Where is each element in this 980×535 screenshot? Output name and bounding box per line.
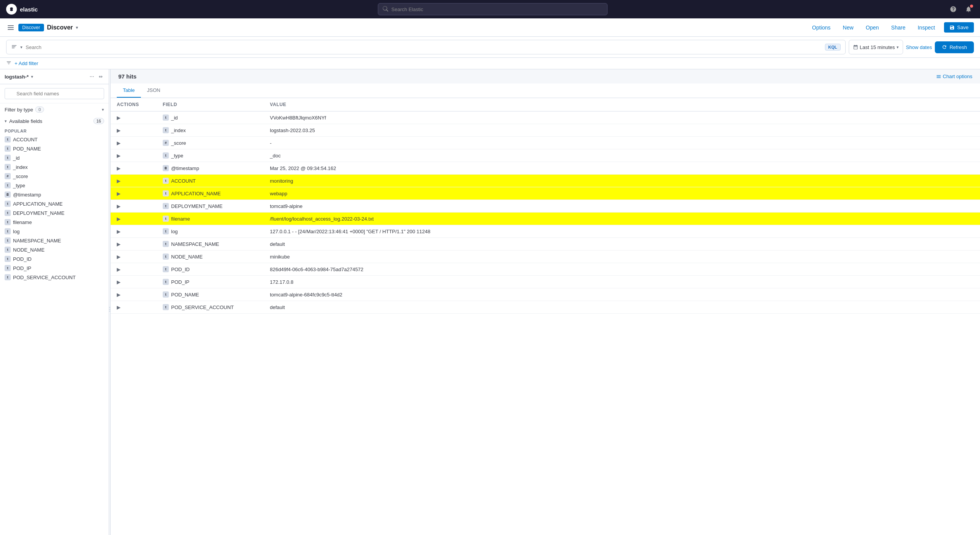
row-actions[interactable]: ▶ — [111, 225, 157, 238]
row-actions[interactable]: ▶ — [111, 250, 157, 263]
secondary-navigation: Discover Discover ▾ Options New Open Sha… — [0, 18, 980, 37]
sidebar-field-item[interactable]: t NAMESPACE_NAME — [0, 236, 109, 245]
sidebar-field-item[interactable]: t log — [0, 227, 109, 236]
table-row: ▶ t POD_IP 172.17.0.8 — [111, 276, 980, 288]
sidebar-expand-button[interactable]: ⋯ — [88, 73, 96, 80]
menu-toggle-button[interactable] — [6, 24, 15, 31]
chart-options-button[interactable]: Chart options — [936, 74, 972, 79]
sidebar-field-item[interactable]: 🗓 @timestamp — [0, 190, 109, 199]
hamburger-line — [8, 29, 14, 30]
kql-badge: KQL — [825, 44, 841, 51]
field-name: DEPLOYMENT_NAME — [13, 210, 64, 216]
time-picker[interactable]: Last 15 minutes ▾ — [849, 40, 903, 54]
row-field: t POD_IP — [157, 276, 264, 288]
search-input[interactable] — [26, 44, 822, 50]
available-fields-header: ▾ Available fields 16 — [0, 116, 109, 126]
row-field: 🗓 @timestamp — [157, 162, 264, 175]
value-text: minikube — [270, 254, 290, 260]
table-scroll-area[interactable]: Actions Field Value ▶ t _id VVoKwH8BftJl… — [111, 98, 980, 535]
row-actions[interactable]: ▶ — [111, 276, 157, 288]
hits-count: 97 hits — [118, 73, 137, 80]
table-row: ▶ t POD_SERVICE_ACCOUNT default — [111, 301, 980, 314]
row-actions[interactable]: ▶ — [111, 137, 157, 149]
row-value: default — [264, 238, 980, 250]
row-actions[interactable]: ▶ — [111, 149, 157, 162]
secondary-nav-left: Discover Discover ▾ — [6, 24, 78, 31]
filter-icon — [6, 60, 11, 67]
row-actions[interactable]: ▶ — [111, 288, 157, 301]
index-pattern-chevron-icon[interactable]: ▾ — [31, 74, 33, 79]
sidebar-field-item[interactable]: t POD_IP — [0, 263, 109, 273]
table-row: ▶ t NAMESPACE_NAME default — [111, 238, 980, 250]
field-type-icon: t — [5, 265, 11, 271]
help-icon[interactable] — [948, 4, 959, 15]
options-button[interactable]: Options — [809, 23, 833, 32]
elastic-logo[interactable]: elastic — [6, 4, 38, 15]
sidebar-field-item[interactable]: t filename — [0, 218, 109, 227]
sidebar-collapse-button[interactable]: ⇔ — [97, 73, 104, 80]
svg-rect-5 — [12, 47, 15, 48]
field-type-icon: t — [5, 136, 11, 142]
new-button[interactable]: New — [840, 23, 857, 32]
row-actions[interactable]: ▶ — [111, 111, 157, 124]
row-actions[interactable]: ▶ — [111, 263, 157, 276]
sidebar-search-wrapper: 🔍 — [5, 88, 104, 99]
filter-by-type-section[interactable]: Filter by type 0 ▾ — [0, 103, 109, 116]
filter-bar: + Add filter — [0, 58, 980, 69]
sidebar-field-item[interactable]: t _type — [0, 181, 109, 190]
show-dates-button[interactable]: Show dates — [906, 44, 932, 50]
sidebar-field-item[interactable]: t POD_ID — [0, 254, 109, 263]
sidebar-field-item[interactable]: t ACCOUNT — [0, 135, 109, 144]
tab-table[interactable]: Table — [117, 83, 141, 98]
add-filter-button[interactable]: + Add filter — [15, 61, 38, 66]
row-value: tomcat9-alpine — [264, 200, 980, 213]
notifications-icon[interactable] — [963, 4, 974, 15]
row-actions[interactable]: ▶ — [111, 301, 157, 314]
global-search-input[interactable] — [391, 7, 603, 12]
row-actions[interactable]: ▶ — [111, 162, 157, 175]
sidebar-field-item[interactable]: t POD_SERVICE_ACCOUNT — [0, 273, 109, 282]
field-type-icon: t — [5, 164, 11, 170]
global-search-bar[interactable] — [378, 3, 608, 15]
search-input-wrapper[interactable]: ▾ KQL — [6, 40, 846, 54]
value-text: 826d49f4-06c6-4063-b984-75ad7a274572 — [270, 267, 363, 272]
col-actions: Actions — [111, 98, 157, 111]
row-actions[interactable]: ▶ — [111, 124, 157, 137]
field-name-cell: APPLICATION_NAME — [171, 191, 221, 196]
sidebar-field-item[interactable]: t DEPLOYMENT_NAME — [0, 208, 109, 218]
secondary-nav-right: Options New Open Share Inspect Save — [809, 22, 974, 33]
field-type-icon: t — [5, 210, 11, 216]
sidebar-field-item[interactable]: t NODE_NAME — [0, 245, 109, 254]
row-actions[interactable]: ▶ — [111, 213, 157, 225]
field-type-indicator: t — [163, 203, 169, 209]
field-search-input[interactable] — [5, 88, 104, 99]
field-type-indicator: # — [163, 140, 169, 146]
save-button[interactable]: Save — [944, 22, 974, 33]
available-fields-toggle-icon[interactable]: ▾ — [5, 119, 7, 124]
sidebar-field-item[interactable]: # _score — [0, 172, 109, 181]
sidebar-field-item[interactable]: t _index — [0, 162, 109, 172]
field-name: POD_NAME — [13, 146, 41, 152]
sidebar-field-item[interactable]: t APPLICATION_NAME — [0, 199, 109, 208]
inspect-button[interactable]: Inspect — [915, 23, 938, 32]
field-type-indicator: t — [163, 216, 169, 222]
row-actions[interactable]: ▶ — [111, 175, 157, 187]
table-tabs: Table JSON — [111, 83, 980, 98]
save-label: Save — [957, 25, 969, 30]
query-type-icon — [11, 44, 17, 51]
row-actions[interactable]: ▶ — [111, 187, 157, 200]
sidebar-field-item[interactable]: t POD_NAME — [0, 144, 109, 153]
share-button[interactable]: Share — [888, 23, 908, 32]
sidebar-field-item[interactable]: t _id — [0, 153, 109, 162]
field-name: NODE_NAME — [13, 247, 44, 253]
field-name-cell: filename — [171, 216, 190, 222]
app-menu-chevron-icon[interactable]: ▾ — [76, 25, 78, 30]
row-actions[interactable]: ▶ — [111, 238, 157, 250]
tab-json[interactable]: JSON — [141, 83, 167, 98]
field-name: POD_ID — [13, 256, 31, 262]
resize-dot — [109, 311, 110, 312]
refresh-button[interactable]: Refresh — [935, 41, 974, 53]
open-button[interactable]: Open — [863, 23, 882, 32]
filter-by-type-label: Filter by type — [5, 107, 33, 113]
row-actions[interactable]: ▶ — [111, 200, 157, 213]
